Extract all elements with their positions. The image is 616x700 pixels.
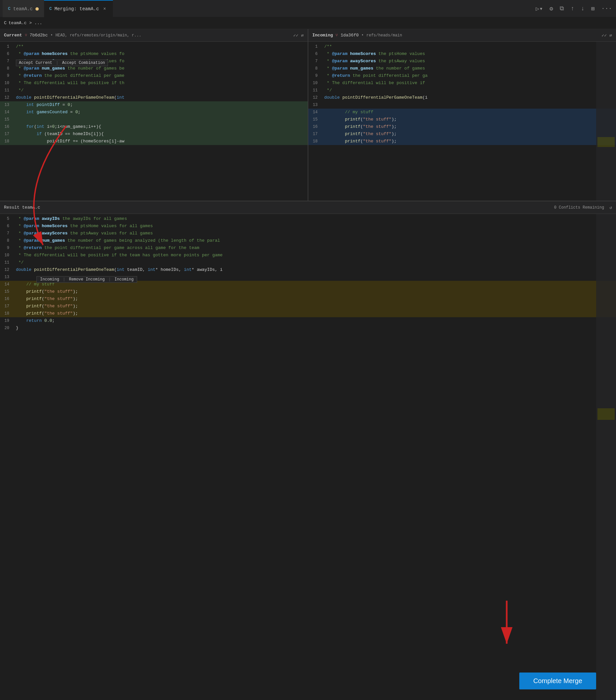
tab-close-button[interactable]: × bbox=[102, 6, 108, 12]
current-header-actions: ✓✓ ⇄ bbox=[293, 33, 304, 38]
table-row: 19 return 0.0; bbox=[0, 317, 616, 325]
table-row: 12 double pointDifferentialPerGameOneTea… bbox=[0, 94, 308, 101]
current-code-area[interactable]: Accept Current | Accept Combination 1 /*… bbox=[0, 42, 308, 201]
conflicts-remaining: 0 Conflicts Remaining bbox=[554, 205, 604, 210]
breadcrumb: C teamA.c > ... bbox=[0, 17, 616, 29]
incoming-code-lines: 1 /** 6 * @param homeScores the ptsHome … bbox=[308, 42, 616, 146]
result-panel: Result teamA.c 0 Conflicts Remaining ↺ I… bbox=[0, 201, 616, 700]
current-diff-icon[interactable]: ⇄ bbox=[301, 33, 304, 38]
top-split: Current ⑂ 7b6d2bc • HEAD, refs/remotes/o… bbox=[0, 29, 616, 201]
table-row: 15 bbox=[0, 116, 308, 123]
inline-sep: | bbox=[63, 277, 67, 282]
inline-resolve-bar: Incoming | Remove Incoming | Incoming bbox=[36, 276, 137, 283]
table-row: 10 * The differential will be positive i… bbox=[0, 252, 616, 259]
table-row: 6 * @param homeScores the ptsHome values bbox=[308, 50, 616, 58]
current-pane: Current ⑂ 7b6d2bc • HEAD, refs/remotes/o… bbox=[0, 29, 308, 201]
complete-merge-button[interactable]: Complete Merge bbox=[519, 673, 596, 689]
table-row: 17 printf("the stuff"); bbox=[308, 130, 616, 138]
result-filename: teamA.c bbox=[22, 205, 40, 210]
more-icon[interactable]: ··· bbox=[600, 4, 613, 13]
table-row: 5 * @param awayIDs the awayIDs for all g… bbox=[0, 215, 616, 223]
result-code-lines: 5 * @param awayIDs the awayIDs for all g… bbox=[0, 214, 616, 333]
move-down-icon[interactable]: ↓ bbox=[580, 4, 586, 13]
table-row: 16 for(int i=0;i<num_games;i++){ bbox=[0, 123, 308, 130]
current-pane-header: Current ⑂ 7b6d2bc • HEAD, refs/remotes/o… bbox=[0, 29, 308, 42]
incoming-branch-icon: ⑂ bbox=[335, 33, 338, 38]
breadcrumb-path: teamA.c > ... bbox=[9, 21, 42, 25]
table-row: 20 } bbox=[0, 325, 616, 332]
table-row: 1 /** bbox=[0, 43, 308, 50]
incoming-minimap bbox=[596, 42, 616, 201]
incoming-diff-icon[interactable]: ⇄ bbox=[609, 33, 612, 38]
tab-merging-label: Merging: teamA.c bbox=[54, 6, 99, 12]
table-row: 7 * @param awayScores the ptsAway values… bbox=[0, 230, 616, 237]
inline-remove-btn[interactable]: Remove Incoming bbox=[69, 277, 104, 282]
table-row: 15 printf("the stuff"); bbox=[308, 116, 616, 123]
current-accept-icon[interactable]: ✓✓ bbox=[293, 33, 299, 38]
table-row: 1 /** bbox=[308, 43, 616, 50]
accept-sep: | bbox=[56, 61, 58, 65]
table-row: 11 */ bbox=[0, 87, 308, 94]
table-row: 9 * @return the point differential per g… bbox=[0, 72, 308, 79]
table-row: 10 * The differential will be positive i… bbox=[0, 79, 308, 87]
incoming-header-actions: ✓✓ ⇄ bbox=[602, 33, 612, 38]
incoming-pane: Incoming ⑂ 1da36f0 • refs/heads/main ✓✓ … bbox=[308, 29, 616, 201]
copy-icon[interactable]: ⧉ bbox=[558, 4, 565, 13]
table-row: 9 * @return the point differential per g… bbox=[308, 72, 616, 79]
table-row: 11 */ bbox=[308, 87, 616, 94]
table-row: 9 * @return the point differential per g… bbox=[0, 245, 616, 252]
c-merge-icon: C bbox=[49, 6, 52, 11]
table-row: 13 bbox=[308, 101, 616, 109]
merge-editor: Current ⑂ 7b6d2bc • HEAD, refs/remotes/o… bbox=[0, 29, 616, 700]
settings-icon[interactable]: ⚙ bbox=[548, 4, 554, 14]
incoming-code-area[interactable]: 1 /** 6 * @param homeScores the ptsHome … bbox=[308, 42, 616, 201]
branch-icon: ⑂ bbox=[25, 33, 27, 38]
table-row: 13 int pointDiff = 0; bbox=[0, 101, 308, 109]
table-row: 12 double pointDifferentialPerGameOneTea… bbox=[0, 266, 616, 274]
tab-actions: ▷▾ ⚙ ⧉ ↑ ↓ ⊞ ··· bbox=[534, 4, 613, 14]
table-row: 10 * The differential will be positive i… bbox=[308, 79, 616, 87]
result-minimap bbox=[596, 214, 616, 700]
current-code-lines: 1 /** 6 * @param homeScores the ptsHome … bbox=[0, 42, 308, 146]
minimap-result-highlight bbox=[597, 408, 615, 420]
complete-merge-container: Complete Merge bbox=[519, 673, 596, 689]
inline-incoming2-btn[interactable]: Incoming bbox=[114, 277, 134, 282]
table-row: 15 printf("the stuff"); bbox=[0, 288, 616, 295]
incoming-pane-header: Incoming ⑂ 1da36f0 • refs/heads/main ✓✓ … bbox=[308, 29, 616, 42]
c-file-icon: C bbox=[8, 6, 11, 11]
run-icon[interactable]: ▷▾ bbox=[534, 4, 544, 14]
tab-merging[interactable]: C Merging: teamA.c × bbox=[44, 0, 113, 17]
incoming-hash: 1da36f0 bbox=[341, 33, 359, 38]
table-row: 11 */ bbox=[0, 259, 616, 266]
move-up-icon[interactable]: ↑ bbox=[569, 4, 576, 13]
current-git-refs: HEAD, refs/remotes/origin/main, r... bbox=[55, 33, 141, 38]
accept-combination-btn[interactable]: Accept Combination bbox=[62, 61, 105, 65]
breadcrumb-icon: C bbox=[4, 21, 7, 25]
modified-dot bbox=[35, 7, 39, 11]
table-row: 18 printf("the stuff"); bbox=[0, 310, 616, 317]
table-row: 8 * @param num_games the number of games… bbox=[0, 237, 616, 245]
accept-current-btn[interactable]: Accept Current bbox=[19, 61, 52, 65]
result-code-area[interactable]: Incoming | Remove Incoming | Incoming 5 … bbox=[0, 214, 616, 700]
table-row: 6 * @param homeScores the ptsHome values… bbox=[0, 223, 616, 230]
incoming-accept-icon[interactable]: ✓✓ bbox=[602, 33, 607, 38]
incoming-label: Incoming bbox=[312, 33, 333, 38]
incoming-dot: • bbox=[361, 33, 364, 38]
accept-bar: Accept Current | Accept Combination bbox=[16, 60, 108, 66]
current-hash: 7b6d2bc bbox=[30, 33, 48, 38]
table-row: 17 printf("the stuff"); bbox=[0, 303, 616, 310]
split-icon[interactable]: ⊞ bbox=[590, 4, 596, 14]
table-row: 14 int gamesCounted = 0; bbox=[0, 109, 308, 116]
inline-incoming-btn[interactable]: Incoming bbox=[40, 277, 59, 282]
table-row: 6 * @param homeScores the ptsHome values… bbox=[0, 50, 308, 58]
tab-teamA[interactable]: C teamA.c bbox=[3, 0, 44, 17]
table-row: 18 pointDiff += (homeScores[i]-aw bbox=[0, 138, 308, 145]
table-row: 18 printf("the stuff"); bbox=[308, 138, 616, 145]
incoming-refs: refs/heads/main bbox=[366, 33, 402, 38]
table-row: 8 * @param num_games the number of games bbox=[308, 65, 616, 72]
undo-icon[interactable]: ↺ bbox=[609, 205, 612, 210]
tab-bar: C teamA.c C Merging: teamA.c × ▷▾ ⚙ ⧉ ↑ … bbox=[0, 0, 616, 17]
table-row: 12 double pointDifferentialPerGameOneTea… bbox=[308, 94, 616, 101]
current-refs: • bbox=[50, 33, 53, 38]
inline-sep2: | bbox=[108, 277, 113, 282]
